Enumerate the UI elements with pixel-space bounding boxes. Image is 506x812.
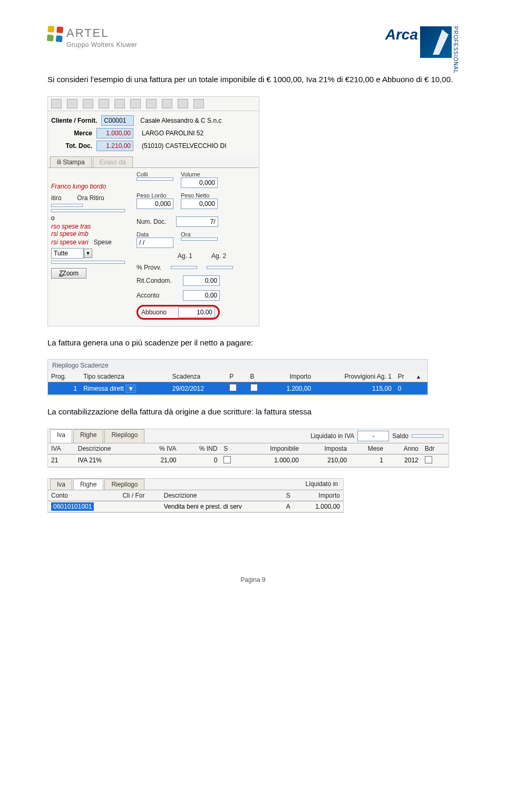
tab-iva[interactable]: Iva [50,429,72,443]
colli-label: Colli [137,171,173,177]
toolbar-icon[interactable] [162,99,172,108]
col-pctind: % IND [179,443,220,454]
merce-input[interactable]: 1.000,00 [96,128,133,138]
pesolordo-label: Peso Lordo [137,192,173,199]
toolbar-icon[interactable] [99,99,109,108]
page-number: Pagina 9 [47,576,459,583]
tab-riepilogo[interactable]: Riepilogo [104,429,144,443]
col-scad: Scadenza [169,371,227,382]
toolbar-icon[interactable] [178,99,188,108]
cliente-code-input[interactable]: C00001 [101,115,134,126]
toolbar-icon[interactable] [67,99,77,108]
spese-imb: rsi spese imb [51,230,130,237]
para2: La fattura genera una o più scadenze per… [47,337,459,349]
ora-label: Ora [181,231,218,237]
tab-evaso[interactable]: Evaso da [93,156,133,167]
blank-input[interactable] [51,261,125,264]
invoice-form: Cliente / Fornit. C00001 Casale Alessand… [47,96,259,326]
liquidato-label: Liquidato in IVA [310,432,354,440]
tab-iva2[interactable]: Iva [50,479,72,490]
merce-label: Merce [51,130,93,137]
arca-name: Arca [385,26,418,43]
volume-input[interactable]: 0,000 [181,177,218,188]
cliente-name: Casale Alessandro & C S.n.c [137,117,221,124]
intro-paragraph: Si consideri l'esempio di una fattura pe… [47,74,459,86]
table-row[interactable]: 1 Rimessa dirett ▼ 29/02/2012 1.200,00 1… [48,382,427,395]
iva-panel: Iva Righe Riepilogo Liquidato in IVA - S… [47,429,449,468]
toolbar-icon[interactable] [193,99,204,108]
col-importo: Importo [268,371,314,382]
tab-stampa[interactable]: ili Stampa [50,156,92,167]
toolbar-icon[interactable] [114,99,125,108]
righe-panel: Iva Righe Riepilogo Liquidato in Conto C… [47,478,344,513]
acconto-label: Acconto [137,292,173,299]
col-s2: S [283,490,298,501]
col-bdr: Bdr [422,443,449,454]
table-row[interactable]: 21 IVA 21% 21,00 0 1.000,00 210,00 1 201… [48,454,449,467]
ag2-label: Ag. 2 [211,252,226,260]
totdoc-input[interactable]: 1.210,00 [96,141,133,151]
artel-name: ARTEL [66,26,137,40]
provv1-input[interactable] [171,266,197,269]
col-imp2: Importo [298,490,343,501]
spese-dropdown[interactable]: Tutte ▼ [51,248,92,259]
ora-input[interactable] [181,237,218,241]
col-s: S [220,443,243,454]
toolbar-icon[interactable] [130,99,141,108]
col-iva: IVA [48,443,75,454]
riepilogo-title: Riepilogo Scadenze [48,360,427,371]
col-conto: Conto [48,490,119,501]
blank-input[interactable] [51,209,125,212]
provv-label: % Provv. [137,264,161,271]
numdoc-input[interactable]: 7/ [176,216,218,227]
scroll-up-icon[interactable]: ▴ [414,371,427,382]
ag1-label: Ag. 1 [178,252,192,260]
tab-riepilogo2[interactable]: Riepilogo [104,479,144,490]
provv2-input[interactable] [207,266,233,269]
abbuono-label: Abbuono [141,309,173,316]
riepilogo-scadenze: Riepilogo Scadenze Prog. Tipo scadenza S… [47,359,428,395]
ritiro-input[interactable] [51,204,83,207]
saldo-input[interactable] [412,434,443,438]
abbuono-input[interactable]: 10,00 [178,307,215,318]
col-imposta: Imposta [302,443,350,454]
totdoc-label: Tot. Doc. [51,142,93,150]
table-row[interactable]: 06010101001 Vendita beni e prest. di ser… [48,501,343,512]
pesonetto-input[interactable]: 0,000 [181,199,218,209]
colli-input[interactable] [137,177,173,181]
tab-righe[interactable]: Righe [73,429,103,443]
para3: La contabilizzazione della fattura dà or… [47,406,459,418]
abbuono-highlight: Abbuono 10,00 [137,305,220,320]
oraritiro-label: Ora Ritiro [77,194,104,202]
numdoc-label: Num. Doc. [137,218,167,225]
addr2: (51010) CASTELVECCHIO DI [137,142,227,150]
iva-table: IVA Descrizione % IVA % IND S Imponibile… [48,443,449,467]
arca-professional: PROFESSIONAL [453,26,459,58]
acconto-input[interactable]: 0,00 [183,290,220,301]
pesonetto-label: Peso Netto [181,192,218,199]
col-pctiva: % IVA [140,443,179,454]
ritcondom-label: Rit.Condom. [137,277,173,284]
data-input[interactable]: / / [137,237,173,248]
col-prov: Provvigioni Ag. 1 [314,371,395,382]
col-prog: Prog. [48,371,80,382]
franco-text: Franco lungo bordo [51,183,130,190]
zoom-button[interactable]: ZZoom [51,268,86,279]
toolbar-icon[interactable] [146,99,157,108]
cliente-label: Cliente / Fornit. [51,117,98,124]
col-p: P [226,371,247,382]
data-label: Data [137,231,173,237]
liquidato-input[interactable]: - [357,431,389,441]
artel-icon [47,26,64,43]
toolbar [48,97,259,111]
saldo-label: Saldo [392,432,408,440]
toolbar-icon[interactable] [83,99,93,108]
col-b: B [247,371,268,382]
liquidato-label2: Liquidato in [306,480,338,488]
pesolordo-input[interactable]: 0,000 [137,199,173,209]
col-tipo: Tipo scadenza [80,371,169,382]
ritcondom-input[interactable]: 0,00 [183,275,220,286]
tab-righe2[interactable]: Righe [73,479,103,490]
toolbar-icon[interactable] [51,99,62,108]
arca-icon [420,26,452,58]
